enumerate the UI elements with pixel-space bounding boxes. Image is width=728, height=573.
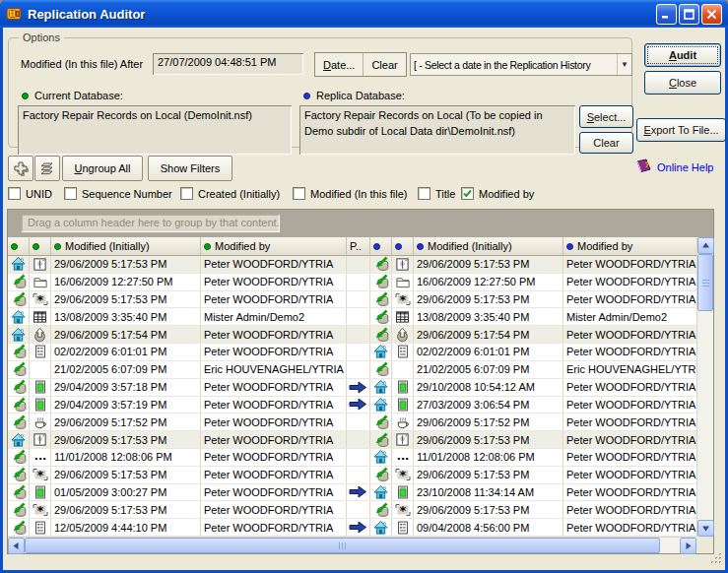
grid-row[interactable]: 21/02/2005 6:07:09 PMEric HOUVENAGHEL/YT… <box>8 361 696 379</box>
show-filters-button[interactable]: Show Filters <box>148 156 232 181</box>
modified-after-field[interactable]: 27/07/2009 04:48:51 PM <box>153 53 303 75</box>
scroll-left-icon[interactable] <box>8 538 25 554</box>
audit-button[interactable]: Audit <box>644 43 721 67</box>
expand-all-button[interactable] <box>8 156 33 181</box>
right-modified-cell: 16/06/2009 12:27:50 PM <box>414 274 563 290</box>
replica-home-icon <box>373 344 388 359</box>
replicated-ok-icon <box>373 432 389 448</box>
grid-row[interactable]: 29/04/2009 3:57:19 PMPeter WOODFORD/YTRI… <box>8 397 696 414</box>
header-left-modified-by[interactable]: Modified by <box>201 237 347 256</box>
grid-row[interactable]: 29/04/2009 3:57:18 PMPeter WOODFORD/YTRI… <box>8 379 696 397</box>
header-propagation[interactable]: P.. <box>347 237 370 256</box>
left-type-cell <box>30 519 51 536</box>
shared-field-icon: * <box>395 468 411 481</box>
chevron-down-icon[interactable]: ▼ <box>617 54 631 75</box>
header-right-type[interactable] <box>392 237 414 256</box>
navigator-design-icon <box>395 327 410 343</box>
left-modified-cell: 02/02/2009 6:01:01 PM <box>51 344 201 360</box>
replica-clear-button[interactable]: Clear <box>579 132 633 154</box>
filter-label: UNID <box>26 188 52 200</box>
grid-row[interactable]: 01/05/2009 3:00:27 PMPeter WOODFORD/YTRI… <box>8 484 696 502</box>
checkbox-checked[interactable] <box>461 187 474 200</box>
date-clear-button[interactable]: Clear <box>364 53 405 76</box>
checkbox[interactable] <box>64 187 77 200</box>
horizontal-scroll-track[interactable] <box>660 538 680 553</box>
checkbox[interactable] <box>293 187 305 200</box>
left-status-cell <box>8 326 30 343</box>
shared-field-icon: * <box>33 292 48 306</box>
checkbox[interactable] <box>418 187 430 200</box>
replication-history-select[interactable]: [ - Select a date in the Replication His… <box>410 53 632 76</box>
maximize-button[interactable] <box>679 4 699 25</box>
right-type-cell <box>392 414 414 430</box>
close-action-button[interactable]: Close <box>644 71 721 95</box>
grid-row[interactable]: 29/06/2009 5:17:53 PMPeter WOODFORD/YTRI… <box>8 431 696 449</box>
svg-text:*: * <box>399 468 406 481</box>
header-left-modified[interactable]: Modified (Initially) <box>51 237 201 256</box>
titlebar[interactable]: Replication Auditor <box>0 0 728 28</box>
checkbox[interactable] <box>8 187 21 200</box>
online-help-link[interactable]: Online Help <box>657 161 713 173</box>
help-book-icon[interactable]: ? <box>633 158 653 175</box>
grid-row[interactable]: 29/06/2009 5:17:53 PMPeter WOODFORD/YTRI… <box>8 256 696 274</box>
vertical-scrollbar[interactable] <box>696 237 713 537</box>
grid-row[interactable]: 16/06/2009 12:27:50 PMPeter WOODFORD/YTR… <box>8 274 696 291</box>
collapse-all-button[interactable] <box>34 156 60 181</box>
left-modified-cell: 13/08/2009 3:35:40 PM <box>51 308 201 325</box>
export-to-file-button[interactable]: Export To File... <box>636 118 726 142</box>
grid-row[interactable]: 29/06/2009 5:17:52 PMPeter WOODFORD/YTRI… <box>8 414 696 431</box>
right-status-cell <box>370 256 392 273</box>
filter-modified-by: Modified by <box>461 187 534 200</box>
header-left-status[interactable] <box>8 237 30 256</box>
resize-grip[interactable] <box>710 551 723 569</box>
filter-label: Modified by <box>479 188 534 200</box>
right-status-cell <box>370 361 392 378</box>
checkbox[interactable] <box>180 187 193 200</box>
grid-row[interactable]: *29/06/2009 5:17:53 PMPeter WOODFORD/YTR… <box>8 501 696 519</box>
grid-row[interactable]: ...11/01/2008 12:08:06 PMPeter WOODFORD/… <box>8 449 696 467</box>
replicated-ok-icon <box>11 502 27 518</box>
replication-history-value: [ - Select a date in the Replication His… <box>411 59 617 71</box>
right-modified-by-cell: Peter WOODFORD/YTRIA <box>563 326 696 343</box>
ungroup-all-button[interactable]: Ungroup All <box>62 156 143 181</box>
right-modified-by-cell: Peter WOODFORD/YTRIA <box>563 484 696 501</box>
grid-row[interactable]: 02/02/2009 6:01:01 PMPeter WOODFORD/YTRI… <box>8 344 696 361</box>
replicated-ok-icon <box>373 309 389 325</box>
grid-row[interactable]: 29/06/2009 5:17:54 PMPeter WOODFORD/YTRI… <box>8 326 696 344</box>
header-right-modified[interactable]: Modified (Initially) <box>414 237 563 256</box>
java-agent-icon <box>395 414 411 429</box>
form-design-icon <box>395 257 410 272</box>
right-modified-cell: 23/10/2008 11:34:14 AM <box>414 484 563 501</box>
select-replica-button[interactable]: Select... <box>579 105 633 128</box>
close-button[interactable] <box>701 4 722 25</box>
grid-row[interactable]: 12/05/2009 4:44:10 PMPeter WOODFORD/YTRI… <box>8 519 696 537</box>
header-left-type[interactable] <box>30 237 51 256</box>
horizontal-scrollbar[interactable] <box>8 537 696 553</box>
vertical-scroll-track[interactable] <box>697 311 713 520</box>
date-button[interactable]: Date... <box>315 53 364 76</box>
other-design-icon: ... <box>396 451 410 463</box>
scroll-right-icon[interactable] <box>680 538 696 554</box>
grid-row[interactable]: *29/06/2009 5:17:53 PMPeter WOODFORD/YTR… <box>8 291 696 309</box>
vertical-scroll-thumb[interactable] <box>697 254 713 311</box>
left-status-cell <box>8 449 30 466</box>
left-type-cell <box>30 431 51 448</box>
left-column-dot-icon <box>11 243 18 250</box>
window-title: Replication Auditor <box>28 7 656 22</box>
replicated-ok-icon <box>11 291 27 307</box>
left-type-cell <box>30 274 51 290</box>
left-type-cell <box>30 484 51 501</box>
current-db-label: Current Database: <box>22 90 123 101</box>
left-type-cell: * <box>30 291 51 308</box>
header-right-status[interactable] <box>370 237 392 256</box>
group-by-bar[interactable]: Drag a column header here to group by th… <box>8 210 713 237</box>
grid-row[interactable]: *29/06/2009 5:17:53 PMPeter WOODFORD/YTR… <box>8 467 696 484</box>
header-right-modified-by[interactable]: Modified by <box>563 237 696 256</box>
horizontal-scroll-thumb[interactable] <box>25 538 660 553</box>
grid-row[interactable]: 13/08/2009 3:35:40 PMMister Admin/Demo21… <box>8 308 696 326</box>
scroll-up-icon[interactable] <box>697 237 714 254</box>
minimize-button[interactable] <box>656 4 677 25</box>
replicated-ok-icon <box>11 397 27 413</box>
scroll-down-icon[interactable] <box>697 520 714 537</box>
filter-label: Modified (In this file) <box>310 188 407 200</box>
